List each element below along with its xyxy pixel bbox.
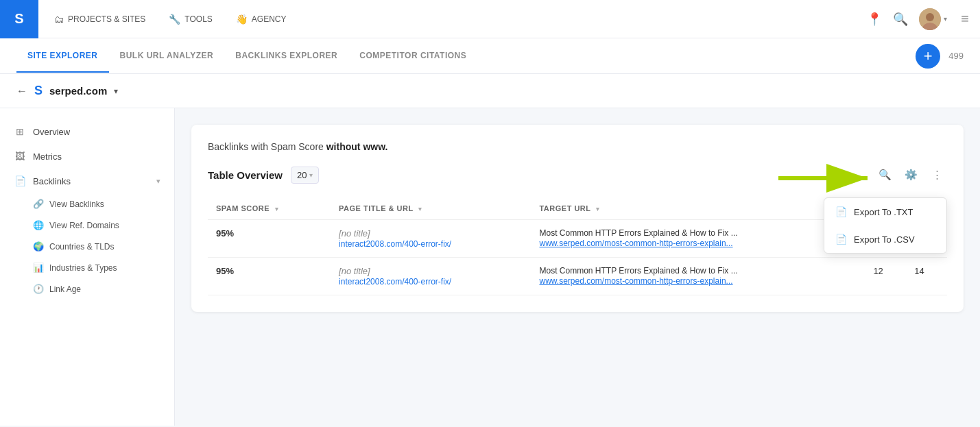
view-ref-domains-icon: 🌐 (33, 220, 44, 230)
hamburger-icon[interactable]: ≡ (961, 11, 969, 27)
nav-label-projects: PROJECTS & SITES (68, 14, 145, 24)
top-nav: S 🗂 PROJECTS & SITES 🔧 TOOLS 👋 AGENCY 📍 … (0, 0, 980, 38)
table-actions: 🔍 ⚙️ ⋮ (874, 164, 947, 185)
nav-item-tools[interactable]: 🔧 TOOLS (158, 9, 222, 29)
sidebar-item-overview[interactable]: ⊞ Overview (0, 119, 174, 144)
page-no-title: [no title] (339, 228, 523, 239)
more-options-button[interactable]: ⋮ (927, 164, 947, 185)
nav-label-tools: TOOLS (184, 14, 212, 24)
svg-point-1 (926, 13, 934, 21)
section-title: Backlinks with Spam Score without www. (208, 141, 947, 152)
sidebar-item-countries-tlds[interactable]: 🌍 Countries & TLDs (0, 236, 174, 257)
target-cell: Most Common HTTP Errors Explained & How … (531, 258, 865, 295)
export-dropdown: 📄 Export To .TXT 📄 Export To .CSV (824, 197, 947, 254)
search-icon[interactable]: 🔍 (893, 12, 908, 27)
sidebar-item-view-ref-domains[interactable]: 🌐 View Ref. Domains (0, 215, 174, 236)
sidebar-label-view-ref-domains: View Ref. Domains (49, 221, 119, 230)
spam-score-sort-icon: ▾ (275, 206, 279, 212)
target-title: Most Common HTTP Errors Explained & How … (539, 266, 857, 276)
page-cell: [no title] interact2008.com/400-error-fi… (331, 220, 531, 258)
table-header-row: Table Overview 20 ▾ (208, 164, 947, 185)
nav-items: 🗂 PROJECTS & SITES 🔧 TOOLS 👋 AGENCY (44, 9, 297, 29)
add-button[interactable]: + (916, 44, 940, 69)
tools-icon: 🔧 (169, 14, 180, 25)
projects-icon: 🗂 (54, 14, 64, 25)
sidebar-item-industries-types[interactable]: 📊 Industries & Types (0, 257, 174, 278)
export-txt-item[interactable]: 📄 Export To .TXT (824, 198, 946, 225)
avatar-caret: ▾ (944, 15, 947, 23)
tab-site-explorer[interactable]: SITE EXPLORER (16, 40, 109, 73)
nav-right: 📍 🔍 ▾ ≡ (867, 8, 969, 30)
spam-score-value: 95% (216, 266, 234, 276)
table-row: 95% [no title] interact2008.com/400-erro… (208, 258, 947, 295)
spam-score-cell: 95% (208, 258, 331, 295)
second-nav: SITE EXPLORER BULK URL ANALYZER BACKLINK… (0, 38, 980, 74)
target-url-link[interactable]: www.serped.com/most-common-http-errors-e… (539, 276, 732, 286)
view-backlinks-icon: 🔗 (33, 199, 44, 209)
page-url-link[interactable]: interact2008.com/400-error-fix/ (339, 239, 451, 249)
export-csv-item[interactable]: 📄 Export To .CSV (824, 225, 946, 253)
per-page-value: 20 (297, 170, 307, 180)
col-target-url[interactable]: TARGET URL ▾ (531, 197, 865, 220)
domain-bar: ← S serped.com ▾ (0, 74, 980, 108)
page-cell: [no title] interact2008.com/400-error-fi… (331, 258, 531, 295)
target-url-sort-icon: ▾ (596, 206, 600, 212)
export-txt-icon: 📄 (835, 206, 847, 217)
settings-table-button[interactable]: ⚙️ (900, 164, 921, 185)
domain-name: serped.com (49, 85, 107, 97)
tab-bulk-url-analyzer[interactable]: BULK URL ANALYZER (109, 40, 225, 73)
industries-types-icon: 📊 (33, 263, 44, 273)
sidebar-item-view-backlinks[interactable]: 🔗 View Backlinks (0, 193, 174, 215)
location-icon[interactable]: 📍 (867, 12, 882, 27)
backlinks-icon: 📄 (14, 175, 26, 186)
tab-backlinks-explorer[interactable]: BACKLINKS EXPLORER (224, 40, 348, 73)
table-overview-label: Table Overview (208, 169, 283, 181)
backlinks-caret-icon: ▾ (156, 177, 160, 186)
countries-tlds-icon: 🌍 (33, 241, 44, 252)
sidebar-label-industries-types: Industries & Types (49, 263, 117, 273)
export-csv-icon: 📄 (835, 234, 847, 245)
per-page-select[interactable]: 20 ▾ (291, 167, 319, 184)
main-layout: ⊞ Overview 🖼 Metrics 📄 Backlinks ▾ 🔗 Vie… (0, 108, 980, 426)
overview-icon: ⊞ (14, 126, 26, 137)
back-arrow-icon[interactable]: ← (16, 85, 27, 97)
avatar-wrap[interactable]: ▾ (919, 8, 947, 30)
spam-score-cell: 95% (208, 220, 331, 258)
target-title: Most Common HTTP Errors Explained & How … (539, 228, 857, 238)
section-title-highlight: without www. (326, 141, 388, 152)
page-no-title: [no title] (339, 266, 523, 276)
sidebar-label-view-backlinks: View Backlinks (49, 199, 104, 209)
sidebar-item-metrics[interactable]: 🖼 Metrics (0, 144, 174, 169)
tab-competitor-citations[interactable]: COMPETITOR CITATIONS (348, 40, 477, 73)
tab-items: SITE EXPLORER BULK URL ANALYZER BACKLINK… (16, 40, 916, 73)
sidebar-label-overview: Overview (33, 127, 70, 137)
metrics-icon: 🖼 (14, 151, 26, 162)
page-title-url-sort-icon: ▾ (418, 206, 422, 212)
avatar (919, 8, 941, 30)
page-url-link[interactable]: interact2008.com/400-error-fix/ (339, 277, 451, 286)
app-logo[interactable]: S (0, 0, 38, 38)
count-badge: 499 (948, 51, 964, 61)
sidebar-label-link-age: Link Age (49, 284, 81, 294)
sidebar-label-countries-tlds: Countries & TLDs (49, 242, 114, 252)
col-page-title-url[interactable]: PAGE TITLE & URL ▾ (331, 197, 531, 220)
export-txt-label: Export To .TXT (854, 207, 913, 217)
nav-item-projects[interactable]: 🗂 PROJECTS & SITES (44, 9, 156, 29)
col-spam-score[interactable]: SPAM SCORE ▾ (208, 197, 331, 220)
sidebar-item-backlinks[interactable]: 📄 Backlinks ▾ (0, 169, 174, 193)
agency-icon: 👋 (236, 14, 248, 25)
export-csv-label: Export To .CSV (854, 234, 915, 245)
backlinks-label-wrap: 📄 Backlinks (14, 175, 71, 186)
sidebar-item-link-age[interactable]: 🕐 Link Age (0, 278, 174, 300)
domain-s-icon: S (34, 84, 43, 98)
nav-item-agency[interactable]: 👋 AGENCY (226, 9, 297, 29)
link-age-icon: 🕐 (33, 284, 44, 294)
actions-area: 🔍 ⚙️ ⋮ 📄 Export To .TXT 📄 Export To .CSV (874, 164, 947, 185)
target-cell: Most Common HTTP Errors Explained & How … (531, 220, 865, 258)
num2-cell: 14 (906, 258, 947, 295)
target-url-link[interactable]: www.serped.com/most-common-http-errors-e… (539, 239, 732, 248)
domain-caret-icon[interactable]: ▾ (114, 86, 118, 96)
table-header-left: Table Overview 20 ▾ (208, 167, 319, 184)
nav-label-agency: AGENCY (252, 14, 287, 24)
sidebar-label-metrics: Metrics (33, 151, 62, 162)
